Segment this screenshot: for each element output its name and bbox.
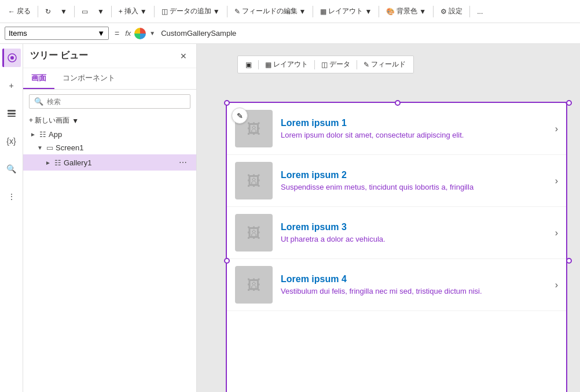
image-placeholder-icon4: 🖼 xyxy=(247,277,261,293)
handle-mr[interactable] xyxy=(566,258,572,264)
sep9 xyxy=(469,6,470,17)
left-icon-bar: + {x} 🔍 ⋮ xyxy=(0,44,23,392)
chevron-right-icon: ► xyxy=(29,131,37,138)
add-icon[interactable]: + xyxy=(2,76,21,95)
tree-item-app[interactable]: ► ☷ App xyxy=(23,128,196,141)
handle-tr[interactable] xyxy=(566,100,572,106)
canvas-area: ▣ ▦ レイアウト ◫ データ ✎ フィールド xyxy=(197,44,580,392)
svg-rect-4 xyxy=(8,116,16,117)
field-tb-button[interactable]: ✎ フィールド xyxy=(359,58,410,71)
sep8 xyxy=(433,6,434,17)
background-button[interactable]: 🎨 背景色 ▼ xyxy=(383,4,430,19)
gallery-item-subtitle-1: Lorem ipsum dolor sit amet, consectetur … xyxy=(281,131,550,139)
sidebar-title: ツリー ビュー xyxy=(30,50,88,62)
svg-rect-2 xyxy=(8,110,16,112)
new-screen-label: + 新しい画面 xyxy=(29,116,69,125)
image-placeholder-icon3: 🖼 xyxy=(247,225,261,241)
variables-icon[interactable]: {x} xyxy=(2,132,21,150)
gallery-item-text-1: Lorem ipsum 1 Lorem ipsum dolor sit amet… xyxy=(281,118,550,139)
pointer-button[interactable]: ▣ xyxy=(241,59,256,71)
sep5 xyxy=(227,6,227,17)
gallery-floating-toolbar: ▣ ▦ レイアウト ◫ データ ✎ フィールド xyxy=(237,56,414,73)
sep4 xyxy=(154,6,155,17)
table-icon: ◫ xyxy=(161,8,168,16)
tree-item-screen1[interactable]: ▼ ▭ Screen1 xyxy=(23,141,196,154)
back-button[interactable]: ← 戻る xyxy=(5,4,34,19)
tree-view-icon[interactable] xyxy=(2,49,21,67)
layout-button[interactable]: ▦ レイアウト ▼ xyxy=(317,4,375,19)
tree-view-panel: ツリー ビュー ✕ 画面 コンポーネント 🔍 + 新しい画面 ▼ ► ☷ App… xyxy=(23,44,197,392)
gallery-item[interactable]: 🖼 Lorem ipsum 3 Ut pharetra a dolor ac v… xyxy=(227,207,566,259)
image-placeholder-icon2: 🖼 xyxy=(247,173,261,189)
gallery-item-image-3: 🖼 xyxy=(235,214,273,252)
chevron-down-icon8: ▼ xyxy=(97,29,105,38)
data-tb-button[interactable]: ◫ データ xyxy=(317,58,354,71)
sep2 xyxy=(74,6,75,17)
copy-icon: ▭ xyxy=(82,8,88,16)
tab-screen[interactable]: 画面 xyxy=(23,68,54,89)
gallery-item[interactable]: 🖼 Lorem ipsum 2 Suspendisse enim metus, … xyxy=(227,155,566,207)
layout-tb-button[interactable]: ▦ レイアウト xyxy=(261,58,312,71)
items-dropdown[interactable]: Items ▼ xyxy=(5,27,109,40)
tree-item-gallery1[interactable]: ► ☷ Gallery1 ⋯ xyxy=(23,154,196,171)
settings-button[interactable]: ⚙ 設定 xyxy=(437,4,466,19)
chevron-down-icon10: ▼ xyxy=(72,117,79,125)
copy-button[interactable]: ▭ xyxy=(78,5,91,18)
chevron-down-icon9: ▼ xyxy=(149,30,155,36)
app-icon: ☷ xyxy=(39,130,46,139)
tree-items: ► ☷ App ▼ ▭ Screen1 ► ☷ Gallery1 ⋯ xyxy=(23,128,196,392)
chevron-right-icon2: ► xyxy=(44,160,52,166)
copy-dropdown[interactable]: ▼ xyxy=(94,5,108,18)
sep7 xyxy=(379,6,379,17)
gallery-item-image-4: 🖼 xyxy=(235,266,273,304)
search-icon[interactable]: 🔍 xyxy=(2,160,21,178)
screen-icon: ▭ xyxy=(46,143,53,152)
more-button2[interactable]: ⋯ xyxy=(175,157,190,168)
arrow-icon-1: › xyxy=(550,124,558,134)
chevron-down-icon3: ▼ xyxy=(140,8,147,16)
screen1-label: Screen1 xyxy=(56,143,190,152)
gallery-item[interactable]: 🖼 Lorem ipsum 1 Lorem ipsum dolor sit am… xyxy=(227,103,566,155)
layout-icon: ▦ xyxy=(320,8,326,16)
sep12 xyxy=(357,60,357,69)
gallery-container: ✎ 🖼 Lorem ipsum 1 Lorem ipsum dolor sit … xyxy=(226,102,567,392)
chevron-down-icon: ▼ xyxy=(60,8,67,16)
search-input[interactable] xyxy=(47,98,185,106)
handle-ml[interactable] xyxy=(224,258,230,264)
chevron-down-icon2: ▼ xyxy=(97,8,104,16)
gallery-item-subtitle-4: Vestibulum dui felis, fringilla nec mi s… xyxy=(281,287,550,295)
data-icon[interactable] xyxy=(2,104,21,123)
chevron-down-icon4: ▼ xyxy=(213,8,220,16)
image-placeholder-icon: 🖼 xyxy=(247,121,261,137)
app-label: App xyxy=(49,130,190,139)
edit-overlay-button[interactable]: ✎ xyxy=(232,108,248,124)
top-toolbar: ← 戻る ↻ ▼ ▭ ▼ + 挿入 ▼ ◫ データの追加 ▼ ✎ フィールドの編… xyxy=(0,0,580,23)
more-button[interactable]: ... xyxy=(473,5,486,18)
formula-color-icon xyxy=(134,28,146,39)
chevron-down-icon5: ▼ xyxy=(299,8,306,16)
insert-button[interactable]: + 挿入 ▼ xyxy=(115,4,150,19)
gallery1-label: Gallery1 xyxy=(64,158,173,167)
color-icon: 🎨 xyxy=(386,8,395,16)
items-label: Items xyxy=(9,29,27,38)
handle-tl[interactable] xyxy=(224,100,230,106)
new-screen-button[interactable]: + 新しい画面 ▼ xyxy=(23,113,196,128)
gear-icon: ⚙ xyxy=(440,8,447,16)
handle-tc[interactable] xyxy=(395,100,401,106)
search-icon2: 🔍 xyxy=(34,97,43,106)
edit-fields-button[interactable]: ✎ フィールドの編集 ▼ xyxy=(231,4,310,19)
sep6 xyxy=(313,6,313,17)
more-vertical-icon[interactable]: ⋮ xyxy=(2,187,21,206)
tab-component[interactable]: コンポーネント xyxy=(54,68,123,89)
data-tb-icon: ◫ xyxy=(321,61,328,69)
sep1 xyxy=(38,6,38,17)
gallery-item[interactable]: 🖼 Lorem ipsum 4 Vestibulum dui felis, fr… xyxy=(227,259,566,311)
close-button[interactable]: ✕ xyxy=(178,50,189,62)
svg-rect-3 xyxy=(8,113,16,114)
search-bar: 🔍 xyxy=(29,94,190,109)
undo-button[interactable]: ↻ xyxy=(42,5,54,18)
gallery-item-subtitle-3: Ut pharetra a dolor ac vehicula. xyxy=(281,235,550,243)
undo-dropdown[interactable]: ▼ xyxy=(57,5,71,18)
gallery-item-text-3: Lorem ipsum 3 Ut pharetra a dolor ac veh… xyxy=(281,222,550,243)
add-data-button[interactable]: ◫ データの追加 ▼ xyxy=(158,4,223,19)
